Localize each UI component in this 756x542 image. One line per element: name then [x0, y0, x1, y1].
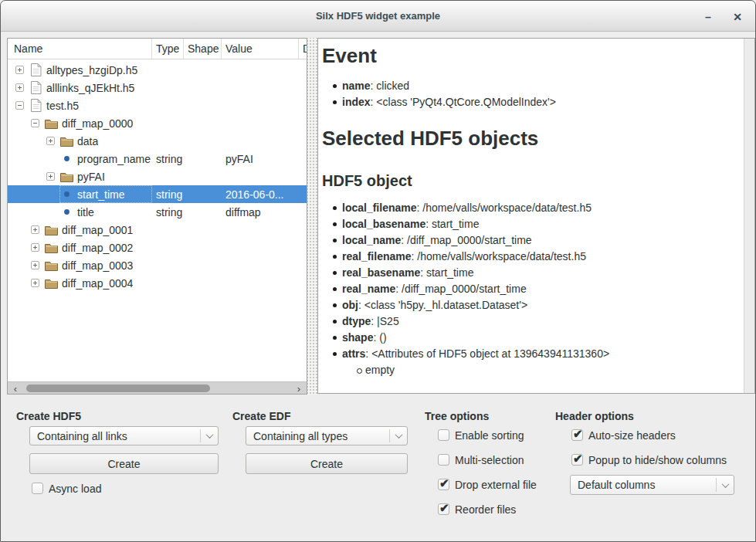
chevron-down-icon — [395, 431, 402, 439]
expander-icon[interactable] — [31, 119, 39, 127]
tree-row[interactable]: program_name string pyFAI — [8, 150, 307, 168]
checkbox-row[interactable]: Multi-selection — [438, 454, 537, 466]
title-bar[interactable]: Silx HDF5 widget example – ✕ — [1, 1, 755, 32]
checkbox-row[interactable]: Async load — [32, 483, 101, 494]
column-header-shape[interactable]: Shape — [184, 39, 222, 59]
tree-name-cell: test.h5 — [8, 97, 152, 114]
expander-icon[interactable] — [31, 261, 39, 269]
tree-column-header: Name Type Shape Value D — [8, 39, 307, 59]
expander-icon[interactable] — [31, 225, 39, 234]
property-value: : start_time — [420, 266, 473, 279]
node-type — [152, 79, 184, 97]
vertical-scrollbar[interactable] — [744, 39, 754, 393]
checkbox-row[interactable]: Enable sorting — [438, 429, 537, 441]
checkbox-row[interactable]: Drop external file — [438, 479, 537, 490]
node-value — [222, 114, 299, 132]
minimize-button[interactable]: – — [700, 8, 717, 25]
close-button[interactable]: ✕ — [729, 8, 746, 25]
checkbox-label: Async load — [49, 483, 101, 495]
property-value: : /diff_map_0000/start_time — [395, 283, 526, 295]
property-label: shape — [342, 331, 373, 344]
columns-dropdown[interactable]: Default columns — [570, 475, 734, 495]
checkbox[interactable] — [438, 429, 449, 441]
expander-icon[interactable] — [15, 101, 24, 110]
create-edf-button[interactable]: Create — [246, 453, 408, 474]
expander-icon[interactable] — [15, 66, 24, 74]
create-hdf5-dropdown[interactable]: Containing all links — [29, 426, 219, 445]
checkbox-label: Drop external file — [455, 479, 537, 491]
tree-row[interactable]: diff_map_0003 — [8, 256, 307, 274]
expander-icon[interactable] — [31, 279, 39, 287]
checkbox[interactable] — [571, 429, 583, 441]
expander-icon[interactable] — [15, 83, 24, 92]
folder-icon — [60, 134, 73, 147]
tree-row[interactable]: pyFAI — [8, 168, 307, 185]
expander-icon[interactable] — [46, 172, 55, 181]
tree-row[interactable]: alltypes_hzgiDp.h5 — [8, 61, 307, 79]
column-header-name[interactable]: Name — [8, 39, 152, 59]
checkbox-row[interactable]: Auto-size headers — [571, 429, 727, 441]
tree-row[interactable]: test.h5 — [8, 97, 307, 114]
tree-row[interactable]: data — [8, 132, 307, 150]
folder-icon — [45, 259, 58, 272]
tree-row[interactable]: title string diffmap — [8, 203, 307, 221]
minimize-icon: – — [705, 11, 711, 23]
column-header-value[interactable]: Value — [222, 39, 299, 59]
tree-name-cell: diff_map_0001 — [8, 221, 152, 239]
checkbox[interactable] — [571, 454, 583, 466]
chevron-down-icon — [205, 431, 213, 439]
node-value: pyFAI — [222, 150, 299, 168]
tree-name-cell: alltypes_hzgiDp.h5 — [8, 61, 152, 79]
file-icon — [29, 81, 42, 94]
tree-name-cell: diff_map_0003 — [8, 256, 152, 274]
create-hdf5-group-label: Create HDF5 — [16, 410, 81, 422]
attribute-sub-item: empty — [342, 362, 737, 378]
scroll-left-icon[interactable]: ‹ — [9, 382, 22, 395]
checkbox[interactable] — [32, 483, 43, 494]
node-shape — [184, 114, 222, 132]
node-type: string — [152, 150, 184, 168]
node-type: string — [152, 185, 184, 203]
tree-row[interactable]: diff_map_0002 — [8, 239, 307, 256]
property-label: real_basename — [342, 266, 420, 279]
dot-icon — [60, 152, 73, 165]
tree-options-group-label: Tree options — [425, 410, 489, 422]
scrollbar-thumb[interactable] — [26, 384, 210, 392]
panel-splitter[interactable] — [307, 38, 317, 395]
property-label: local_basename — [342, 218, 425, 230]
expander-icon[interactable] — [31, 243, 39, 252]
checkbox[interactable] — [438, 454, 449, 466]
checkbox-row[interactable]: Reorder files — [438, 503, 537, 515]
node-name: diff_map_0002 — [62, 242, 133, 254]
checkbox-row[interactable]: Popup to hide/show columns — [571, 454, 727, 466]
tree-row[interactable]: diff_map_0000 — [8, 114, 307, 132]
horizontal-scrollbar[interactable]: ‹ › — [8, 381, 307, 394]
property-label: obj — [342, 299, 358, 311]
tree-row[interactable]: diff_map_0001 — [8, 221, 307, 239]
node-desc — [299, 221, 307, 239]
expander-icon[interactable] — [46, 137, 55, 145]
node-value: diffmap — [222, 203, 299, 221]
property-item: local_basename: start_time — [342, 216, 737, 232]
tree-row[interactable]: alllinks_qJEkHt.h5 — [8, 79, 307, 97]
tree-row[interactable]: diff_map_0004 — [8, 274, 307, 292]
create-edf-dropdown[interactable]: Containing all types — [246, 426, 408, 445]
property-item: index: <class 'PyQt4.QtCore.QModelIndex'… — [342, 94, 737, 110]
checkbox[interactable] — [438, 479, 449, 490]
checkbox-label: Auto-size headers — [588, 429, 676, 442]
details-panel: Event name: clickedindex: <class 'PyQt4.… — [317, 38, 755, 394]
property-label: index — [342, 96, 371, 108]
node-name: data — [77, 135, 98, 147]
object-property-list: local_filename: /home/valls/workspace/da… — [322, 200, 737, 378]
scroll-right-icon[interactable]: › — [293, 382, 305, 395]
tree-row[interactable]: start_time string 2016-06-0... — [8, 185, 307, 203]
node-desc — [299, 185, 307, 203]
dot-icon — [60, 205, 73, 218]
node-value — [222, 239, 299, 256]
create-hdf5-button[interactable]: Create — [29, 453, 219, 474]
column-header-type[interactable]: Type — [152, 39, 184, 59]
node-name: program_name — [77, 153, 151, 165]
checkbox[interactable] — [438, 503, 449, 515]
column-header-desc[interactable]: D — [299, 39, 307, 59]
node-name: title — [77, 206, 94, 218]
